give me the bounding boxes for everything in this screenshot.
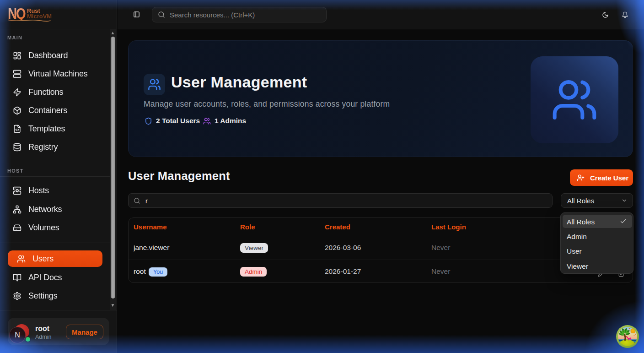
svg-text:MicroVM: MicroVM <box>27 13 52 20</box>
svg-text:NQ: NQ <box>8 5 26 22</box>
